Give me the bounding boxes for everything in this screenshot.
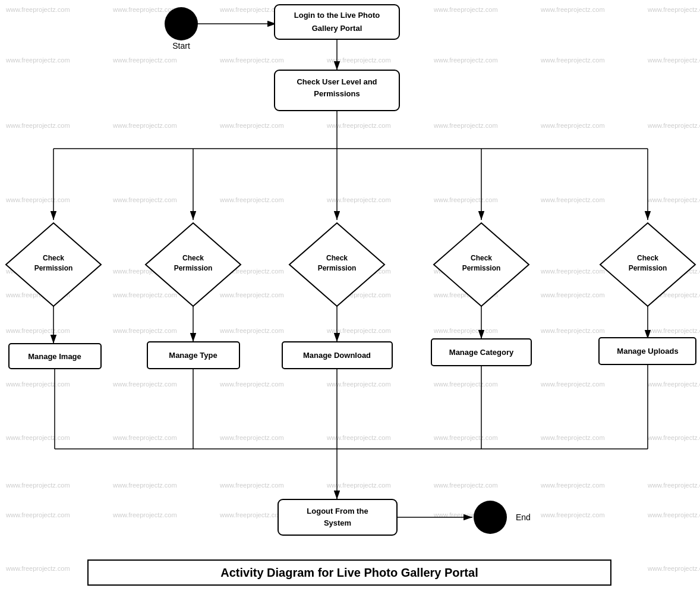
svg-text:www.freeprojectz.com: www.freeprojectz.com bbox=[112, 381, 177, 388]
svg-text:www.freeprojectz.com: www.freeprojectz.com bbox=[433, 196, 498, 203]
diagram-svg: www.freeprojectz.com www.freeprojectz.co… bbox=[0, 0, 700, 591]
svg-text:www.freeprojectz.com: www.freeprojectz.com bbox=[219, 381, 284, 388]
svg-text:www.freeprojectz.com: www.freeprojectz.com bbox=[647, 565, 700, 572]
svg-text:www.freeprojectz.com: www.freeprojectz.com bbox=[540, 196, 605, 203]
manage-download-text: Manage Download bbox=[303, 351, 371, 360]
svg-text:www.freeprojectz.com: www.freeprojectz.com bbox=[5, 122, 70, 129]
diamond3-text1: Check bbox=[326, 254, 348, 262]
svg-text:www.freeprojectz.com: www.freeprojectz.com bbox=[112, 196, 177, 203]
svg-text:www.freeprojectz.com: www.freeprojectz.com bbox=[647, 6, 700, 13]
diamond4-text2: Permission bbox=[462, 264, 501, 272]
svg-text:www.freeprojectz.com: www.freeprojectz.com bbox=[112, 482, 177, 489]
logout-text2: System bbox=[324, 518, 351, 527]
svg-text:www.freeprojectz.com: www.freeprojectz.com bbox=[433, 482, 498, 489]
svg-text:www.freeprojectz.com: www.freeprojectz.com bbox=[112, 122, 177, 129]
svg-text:www.freeprojectz.com: www.freeprojectz.com bbox=[540, 511, 605, 518]
svg-text:www.freeprojectz.com: www.freeprojectz.com bbox=[5, 327, 70, 334]
login-text-line1: Login to the Live Photo bbox=[294, 11, 380, 20]
svg-text:www.freeprojectz.com: www.freeprojectz.com bbox=[647, 482, 700, 489]
svg-text:www.freeprojectz.com: www.freeprojectz.com bbox=[326, 327, 391, 334]
svg-text:www.freeprojectz.com: www.freeprojectz.com bbox=[326, 381, 391, 388]
svg-text:www.freeprojectz.com: www.freeprojectz.com bbox=[647, 381, 700, 388]
svg-text:www.freeprojectz.com: www.freeprojectz.com bbox=[647, 56, 700, 64]
svg-text:www.freeprojectz.com: www.freeprojectz.com bbox=[433, 122, 498, 129]
svg-text:www.freeprojectz.com: www.freeprojectz.com bbox=[647, 434, 700, 441]
diamond5-text2: Permission bbox=[629, 264, 667, 272]
svg-text:www.freeprojectz.com: www.freeprojectz.com bbox=[219, 56, 284, 64]
end-label: End bbox=[516, 513, 531, 522]
svg-text:www.freeprojectz.com: www.freeprojectz.com bbox=[5, 6, 70, 13]
svg-text:www.freeprojectz.com: www.freeprojectz.com bbox=[219, 122, 284, 129]
logout-box bbox=[278, 499, 397, 535]
svg-text:www.freeprojectz.com: www.freeprojectz.com bbox=[112, 56, 177, 64]
diamond5-text1: Check bbox=[637, 254, 658, 262]
svg-text:www.freeprojectz.com: www.freeprojectz.com bbox=[112, 511, 177, 518]
svg-text:www.freeprojectz.com: www.freeprojectz.com bbox=[5, 56, 70, 64]
diamond3-text2: Permission bbox=[318, 264, 357, 272]
diamond1-text1: Check bbox=[43, 254, 64, 262]
svg-text:www.freeprojectz.com: www.freeprojectz.com bbox=[433, 381, 498, 388]
svg-text:www.freeprojectz.com: www.freeprojectz.com bbox=[5, 482, 70, 489]
manage-image-text: Manage Image bbox=[28, 352, 81, 361]
login-text-line2: Gallery Portal bbox=[312, 24, 362, 33]
login-box bbox=[275, 5, 399, 39]
svg-text:www.freeprojectz.com: www.freeprojectz.com bbox=[219, 196, 284, 203]
svg-text:www.freeprojectz.com: www.freeprojectz.com bbox=[540, 56, 605, 64]
svg-text:www.freeprojectz.com: www.freeprojectz.com bbox=[433, 56, 498, 64]
svg-text:www.freeprojectz.com: www.freeprojectz.com bbox=[647, 196, 700, 203]
svg-text:www.freeprojectz.com: www.freeprojectz.com bbox=[219, 291, 284, 298]
end-circle bbox=[474, 501, 507, 534]
svg-text:www.freeprojectz.com: www.freeprojectz.com bbox=[5, 434, 70, 441]
svg-text:www.freeprojectz.com: www.freeprojectz.com bbox=[647, 122, 700, 129]
svg-text:www.freeprojectz.com: www.freeprojectz.com bbox=[5, 565, 70, 572]
svg-text:www.freeprojectz.com: www.freeprojectz.com bbox=[5, 196, 70, 203]
check-perm-text1: Check User Level and bbox=[297, 77, 377, 86]
diamond1-text2: Permission bbox=[34, 264, 73, 272]
manage-type-text: Manage Type bbox=[169, 351, 217, 360]
svg-text:www.freeprojectz.com: www.freeprojectz.com bbox=[540, 122, 605, 129]
svg-text:www.freeprojectz.com: www.freeprojectz.com bbox=[326, 196, 391, 203]
diamond2-text1: Check bbox=[182, 254, 204, 262]
footer-title: Activity Diagram for Live Photo Gallery … bbox=[220, 566, 478, 579]
svg-text:www.freeprojectz.com: www.freeprojectz.com bbox=[219, 482, 284, 489]
svg-text:www.freeprojectz.com: www.freeprojectz.com bbox=[112, 327, 177, 334]
diamond4-text1: Check bbox=[471, 254, 492, 262]
diamond2-text2: Permission bbox=[174, 264, 213, 272]
logout-text1: Logout From the bbox=[307, 507, 368, 515]
svg-text:www.freeprojectz.com: www.freeprojectz.com bbox=[433, 6, 498, 13]
svg-text:www.freeprojectz.com: www.freeprojectz.com bbox=[112, 291, 177, 298]
svg-text:www.freeprojectz.com: www.freeprojectz.com bbox=[112, 434, 177, 441]
svg-text:www.freeprojectz.com: www.freeprojectz.com bbox=[326, 434, 391, 441]
svg-text:www.freeprojectz.com: www.freeprojectz.com bbox=[433, 434, 498, 441]
svg-text:www.freeprojectz.com: www.freeprojectz.com bbox=[540, 482, 605, 489]
svg-text:www.freeprojectz.com: www.freeprojectz.com bbox=[540, 291, 605, 298]
check-perm-text2: Permissions bbox=[314, 89, 360, 98]
svg-text:www.freeprojectz.com: www.freeprojectz.com bbox=[540, 327, 605, 334]
svg-text:www.freeprojectz.com: www.freeprojectz.com bbox=[5, 511, 70, 518]
svg-text:www.freeprojectz.com: www.freeprojectz.com bbox=[219, 511, 284, 518]
svg-text:www.freeprojectz.com: www.freeprojectz.com bbox=[647, 511, 700, 518]
svg-text:www.freeprojectz.com: www.freeprojectz.com bbox=[433, 327, 498, 334]
svg-text:www.freeprojectz.com: www.freeprojectz.com bbox=[219, 434, 284, 441]
svg-text:www.freeprojectz.com: www.freeprojectz.com bbox=[326, 56, 391, 64]
svg-text:www.freeprojectz.com: www.freeprojectz.com bbox=[540, 381, 605, 388]
svg-text:www.freeprojectz.com: www.freeprojectz.com bbox=[540, 434, 605, 441]
svg-text:www.freeprojectz.com: www.freeprojectz.com bbox=[5, 381, 70, 388]
svg-text:www.freeprojectz.com: www.freeprojectz.com bbox=[219, 327, 284, 334]
manage-category-text: Manage Category bbox=[449, 348, 514, 357]
manage-uploads-text: Manage Uploads bbox=[617, 347, 678, 356]
svg-text:www.freeprojectz.com: www.freeprojectz.com bbox=[540, 268, 605, 275]
svg-text:www.freeprojectz.com: www.freeprojectz.com bbox=[326, 482, 391, 489]
svg-text:www.freeprojectz.com: www.freeprojectz.com bbox=[112, 6, 177, 13]
svg-text:www.freeprojectz.com: www.freeprojectz.com bbox=[647, 327, 700, 334]
svg-text:www.freeprojectz.com: www.freeprojectz.com bbox=[540, 6, 605, 13]
svg-text:www.freeprojectz.com: www.freeprojectz.com bbox=[326, 122, 391, 129]
start-label: Start bbox=[172, 41, 190, 51]
